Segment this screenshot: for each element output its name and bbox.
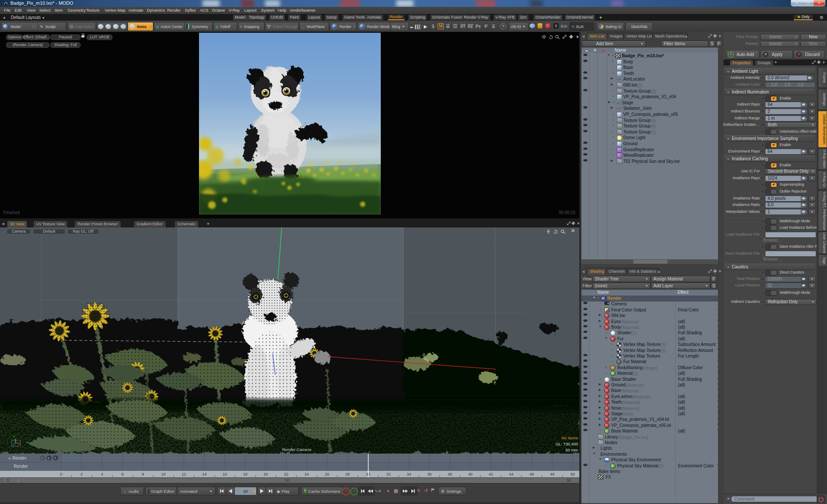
svg-text:42: 42: [488, 472, 493, 476]
svg-text:44: 44: [509, 472, 513, 476]
svg-text:8: 8: [142, 472, 144, 476]
svg-text:46: 46: [529, 472, 534, 476]
svg-text:10: 10: [161, 472, 165, 476]
svg-text:14: 14: [202, 472, 206, 476]
svg-text:0: 0: [7, 478, 9, 482]
svg-text:40: 40: [468, 472, 473, 476]
svg-text:16: 16: [223, 472, 227, 476]
svg-text:▼ Render: ▼ Render: [8, 456, 27, 460]
svg-text:26: 26: [325, 472, 329, 476]
svg-text:50 mm: 50 mm: [566, 448, 578, 452]
svg-text:50: 50: [285, 478, 289, 482]
svg-text:GL: 730,400: GL: 730,400: [556, 442, 578, 446]
svg-text:22: 22: [284, 472, 288, 476]
svg-text:20: 20: [264, 472, 268, 476]
svg-text:6: 6: [121, 472, 124, 476]
svg-text:4: 4: [101, 472, 103, 476]
svg-text:28: 28: [345, 472, 350, 476]
svg-text:Y: Y: [13, 435, 16, 439]
svg-text:24: 24: [305, 472, 309, 476]
svg-text:Render: Render: [14, 464, 28, 469]
svg-text:36: 36: [427, 472, 432, 476]
svg-text:c: c: [48, 456, 50, 460]
svg-text:48: 48: [550, 472, 554, 476]
svg-text:50: 50: [567, 478, 571, 482]
svg-text:18: 18: [243, 472, 247, 476]
svg-text:12: 12: [182, 472, 186, 476]
svg-text:34: 34: [407, 472, 411, 476]
svg-text:No Items: No Items: [562, 436, 578, 440]
svg-text:50: 50: [570, 472, 575, 476]
svg-text:Render Camera: Render Camera: [282, 447, 311, 452]
svg-text:38: 38: [448, 472, 452, 476]
svg-text:2: 2: [81, 472, 83, 476]
svg-text:32: 32: [386, 472, 391, 476]
svg-text:i: i: [42, 456, 43, 460]
svg-text:0: 0: [60, 472, 62, 476]
